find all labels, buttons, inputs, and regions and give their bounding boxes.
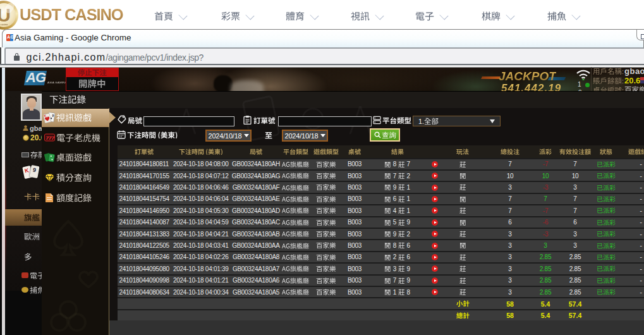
svg-text:777: 777: [46, 135, 54, 140]
